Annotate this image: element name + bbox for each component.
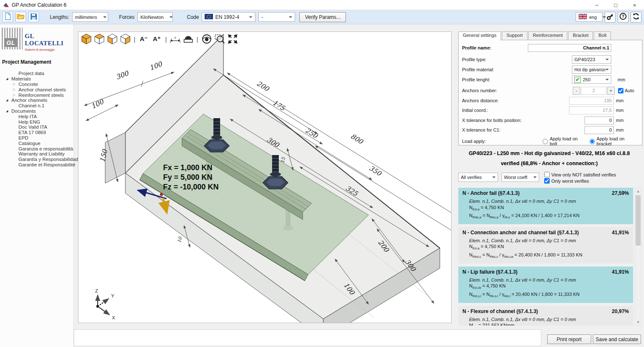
zoom-fit-button[interactable] <box>227 34 238 44</box>
svg-text:?: ? <box>622 14 624 19</box>
tree-item[interactable]: Help ITA <box>0 114 73 119</box>
lengths-select[interactable]: millimeters <box>72 12 108 22</box>
minimize-button[interactable]: − <box>587 0 606 10</box>
chevron-down-icon <box>169 16 173 18</box>
tab-bracket[interactable]: Bracket <box>568 31 593 40</box>
3d-scene[interactable]: Fx = 1,000 KN Fy = 5,000 KN Fz = -10,000… <box>78 32 451 323</box>
fx-value: Fx = 1,000 KN <box>163 163 213 172</box>
expand-icon[interactable]: ▷ <box>13 93 18 97</box>
collapse-icon[interactable]: ◢ <box>6 98 11 102</box>
new-file-button[interactable] <box>3 12 13 22</box>
tree-item[interactable]: Project data <box>0 71 73 76</box>
tree-item[interactable]: Garanzia e responsabilità <box>0 146 73 151</box>
code-variant-select[interactable]: - <box>258 12 295 22</box>
results-scrollbar[interactable]: ∧ ∨ <box>635 188 641 326</box>
tree-item[interactable]: Garantía y Responsabilidad <box>0 157 73 162</box>
tree-item[interactable]: Channel n.1 <box>0 103 73 109</box>
anchors-number-input[interactable] <box>581 87 606 95</box>
expand-icon[interactable]: ▷ <box>13 82 18 86</box>
tree-item[interactable]: Catalogue <box>0 140 73 146</box>
expand-icon[interactable]: ▷ <box>13 88 18 91</box>
3d-viewport[interactable]: | A⁻ A⁺ | x | <box>78 31 452 323</box>
tree-item[interactable]: Warranty and Liability <box>0 151 73 157</box>
anchors-decrement-button[interactable]: - <box>573 87 580 95</box>
scrollbar-thumb[interactable] <box>636 195 641 246</box>
x-tolerance-c1-input[interactable] <box>584 126 614 134</box>
save-file-button[interactable] <box>29 12 39 22</box>
toolbar-separator: | <box>164 36 168 43</box>
tab-support[interactable]: Support <box>502 31 527 40</box>
anchor-head-toggle-button[interactable] <box>183 34 194 44</box>
tree-item[interactable]: ◢Materials <box>0 76 73 82</box>
tree-item[interactable]: ▷Reinforcement steels <box>0 92 73 98</box>
verify-result-item[interactable]: N - Flexure of channel (§7.4.1.3)20,97%E… <box>458 306 633 326</box>
apply-load-on-bolt-radio[interactable] <box>543 139 548 144</box>
language-select[interactable]: eng <box>576 12 602 22</box>
only-worst-checkbox[interactable] <box>544 178 550 184</box>
increase-text-size-button[interactable]: A⁺ <box>151 34 162 44</box>
not-satisfied-checkbox[interactable] <box>544 172 550 177</box>
right-face-cube-icon[interactable] <box>120 34 131 44</box>
tree-item[interactable]: Garantie et Responsabilité <box>0 162 73 168</box>
profile-type-select[interactable]: GP40/223 <box>572 55 611 64</box>
left-face-cube-icon[interactable] <box>107 34 118 44</box>
help-button[interactable]: ? <box>618 12 628 23</box>
dimensions-toggle-button[interactable]: x <box>170 34 181 44</box>
logo-title: GL LOCATELLI <box>25 33 72 47</box>
tab-bolt[interactable]: Bolt <box>594 31 611 40</box>
save-and-calculate-button[interactable]: Save and calculate <box>593 334 641 344</box>
anchors-distance-label: Anchors distance: <box>462 98 499 103</box>
close-button[interactable]: × <box>625 0 644 10</box>
tree-item[interactable]: Help ENG <box>0 119 73 124</box>
verifies-filter-select[interactable]: All verifies <box>458 173 498 182</box>
x-tolerance-bolts-input[interactable] <box>584 117 614 124</box>
print-report-button[interactable]: Print report <box>547 334 591 344</box>
x-tolerance-c1-label: X tolerance for C1: <box>462 127 501 132</box>
decrease-text-size-button[interactable]: A⁻ <box>138 34 149 44</box>
verify-params-button[interactable]: Verify Params... <box>299 12 346 22</box>
tree-item[interactable]: EPD <box>0 135 73 141</box>
zoom-window-button[interactable] <box>214 34 225 44</box>
profile-name-input[interactable] <box>528 44 611 52</box>
apply-load-on-bracket-radio[interactable] <box>589 139 595 144</box>
verify-result-item[interactable]: N - Lip failure (§7.4.1.3)41,91%Elem. n.… <box>458 267 633 303</box>
forces-select[interactable]: KiloNewton <box>138 12 173 22</box>
tree-item[interactable]: ◢Anchor channels <box>0 98 73 103</box>
open-file-button[interactable] <box>16 12 26 22</box>
tab-reinforcement[interactable]: Reinforcement <box>528 31 568 40</box>
tree-item[interactable]: ▷Anchor channel steels <box>0 87 73 92</box>
maximize-button[interactable]: □ <box>606 0 625 10</box>
scroll-down-icon[interactable]: ∨ <box>635 319 641 325</box>
project-tree: Project data◢Materials▷Concrete▷Anchor c… <box>0 65 73 167</box>
refresh-button[interactable] <box>631 12 641 23</box>
verify-result-item[interactable]: N - Connection anchor and channel fail (… <box>458 227 633 264</box>
app-icon <box>3 2 9 8</box>
result-detail-line: NEd,a = 4,750 KN <box>462 243 629 252</box>
tree-item-label: EPD <box>18 135 29 140</box>
collapse-icon[interactable]: ◢ <box>6 109 11 113</box>
tree-item-label: Help ENG <box>18 119 40 124</box>
scroll-up-icon[interactable]: ∧ <box>635 188 641 195</box>
result-detail-line: NRds,a = NRks,a / γM,s = 24,100 KN / 1,4… <box>462 212 629 221</box>
refresh-icon <box>632 13 640 21</box>
profile-length-value: 250 <box>583 77 590 82</box>
top-face-cube-icon[interactable] <box>94 34 105 44</box>
auto-checkbox[interactable] <box>618 88 623 93</box>
profile-material-select[interactable]: Hot dip galvanize <box>572 65 611 74</box>
tree-item[interactable]: ◢Documents <box>0 109 73 114</box>
tree-item[interactable]: Doc Valid ITA <box>0 124 73 130</box>
dim-label: 350 <box>368 164 384 178</box>
verify-result-item[interactable]: N - Anchor fail (§7.4.1.3)27,59%Elem. n.… <box>458 188 633 224</box>
license-key-button[interactable] <box>605 12 615 23</box>
tree-item[interactable]: ▷Concrete <box>0 82 73 87</box>
result-percent: 27,59% <box>612 190 629 196</box>
tab-general-settings[interactable]: General settings <box>458 31 501 40</box>
code-select[interactable]: EN 1992-4 <box>202 12 255 22</box>
coeff-filter-select[interactable]: Worst coeff. <box>501 173 539 182</box>
tree-item[interactable]: ETA 17 0869 <box>0 130 73 135</box>
solid-view-cube-icon[interactable] <box>81 34 92 44</box>
anchors-increment-button[interactable]: + <box>607 87 615 95</box>
profile-length-select[interactable]: ✔ 250 <box>572 75 611 84</box>
collapse-icon[interactable]: ◢ <box>6 77 11 80</box>
view-visibility-button[interactable] <box>201 34 212 44</box>
